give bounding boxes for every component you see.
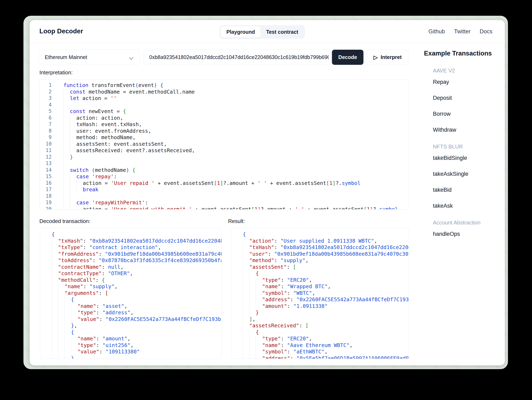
- code-line: 11 assetsReceived: event?.assetsReceived…: [40, 147, 409, 154]
- json-line: }: [231, 309, 409, 316]
- code-line: 2 const methodName = event.methodCall.na…: [40, 89, 409, 95]
- json-line: "name": "Wrapped BTC",: [231, 283, 409, 290]
- line-number: 3: [40, 95, 52, 102]
- json-line: "name": "amount",: [40, 335, 222, 342]
- code-line: 3 let action = '': [40, 95, 409, 102]
- interpretation-code-editor[interactable]: 1function transformEvent(event) {2 const…: [39, 79, 409, 209]
- json-line: "address": "0x2260FAC5E5542a773Aa44fBCfe…: [231, 296, 409, 303]
- tab-test-contract[interactable]: Test contract: [261, 26, 304, 38]
- line-number: 11: [40, 147, 52, 154]
- code-line: 8 user: event.fromAddress,: [40, 128, 409, 134]
- line-number: 17: [40, 186, 52, 193]
- app-background: Loop Decoder PlaygroundTest contract Git…: [23, 16, 508, 369]
- chevron-down-icon: [129, 55, 133, 59]
- sidebar-item-takebid[interactable]: takeBid: [433, 187, 503, 193]
- line-number: 10: [40, 141, 52, 148]
- interpretation-label: Interpretation:: [39, 69, 73, 76]
- network-select-value: Ethereum Mainnet: [45, 54, 87, 60]
- tab-playground[interactable]: Playground: [221, 26, 261, 38]
- json-line: "txHash": "0xb8a923541802ea5017ddccd2c10…: [40, 238, 222, 244]
- json-line: "amount": "1.0911338": [231, 303, 409, 309]
- code-line: 4: [40, 102, 409, 108]
- json-line: },: [40, 322, 222, 329]
- network-select[interactable]: Ethereum Mainnet: [39, 50, 139, 65]
- code-line: 9 method: methodName,: [40, 134, 409, 141]
- json-line: "fromAddress": "0x901bd9ef18da00b43985b6…: [40, 251, 222, 257]
- line-number: 13: [40, 160, 52, 167]
- line-number: 1: [40, 82, 52, 89]
- sidebar-title: Example Transactions: [424, 50, 503, 57]
- code-line: 15 case 'repay':: [40, 173, 409, 180]
- tx-hash-input[interactable]: 0xb8a923541802ea5017ddccd2c1047dd16ce220…: [144, 50, 329, 65]
- line-number: 9: [40, 134, 52, 141]
- line-number: 16: [40, 180, 52, 186]
- json-line: "value": "109113380": [40, 348, 222, 355]
- sidebar-item-takebidsingle[interactable]: takeBidSingle: [433, 155, 503, 161]
- sidebar-section-account-abstraction: Account Abstraction: [433, 220, 503, 226]
- sidebar-item-deposit[interactable]: Deposit: [433, 95, 503, 101]
- code-line: 17 break: [40, 186, 409, 193]
- json-line: "user": "0x901bd9ef18da00b43985b608ee831…: [231, 251, 409, 257]
- line-number: 2: [40, 89, 52, 95]
- interpret-button[interactable]: ▷ Interpret: [366, 50, 409, 65]
- json-line: "assetsReceived": [: [231, 322, 409, 329]
- nav-link-github[interactable]: Github: [428, 28, 445, 35]
- example-transactions-sidebar: Example Transactions AAVE V2RepayDeposit…: [424, 50, 503, 247]
- code-line: 10 assetsSent: event.assetsSent,: [40, 141, 409, 148]
- json-line: {: [40, 296, 222, 303]
- code-line: 13: [40, 160, 409, 167]
- mode-tabs: PlaygroundTest contract: [220, 25, 305, 39]
- code-line: 14 switch (methodName) {: [40, 167, 409, 173]
- sidebar-item-borrow[interactable]: Borrow: [433, 111, 503, 117]
- json-line: "name": "Aave Ethereum WBTC",: [231, 342, 409, 349]
- line-number: 19: [40, 199, 52, 206]
- json-line: "type": "address",: [40, 309, 222, 316]
- json-line: "contractName": null,: [40, 264, 222, 271]
- code-line: 12 }: [40, 154, 409, 160]
- nav-link-docs[interactable]: Docs: [480, 28, 492, 35]
- json-line: "address": "0x5Ee5bf7ae06D1Be5997A1A9600…: [231, 355, 409, 359]
- sidebar-item-handleops[interactable]: handleOps: [433, 231, 503, 237]
- sidebar-item-takeask[interactable]: takeAsk: [433, 203, 503, 209]
- interpretation-code-lines: 1function transformEvent(event) {2 const…: [40, 80, 409, 209]
- result-lines: { "action": "User supplied 1.0911338 WBT…: [231, 228, 409, 359]
- json-line: "type": "uint256",: [40, 342, 222, 349]
- json-line: "txHash": "0xb8a923541802ea5017ddccd2c10…: [231, 244, 409, 251]
- sidebar-item-repay[interactable]: Repay: [433, 79, 503, 85]
- line-number: 15: [40, 173, 52, 180]
- line-number: 7: [40, 121, 52, 128]
- result-panel[interactable]: { "action": "User supplied 1.0911338 WBT…: [231, 228, 409, 359]
- decoded-transaction-label: Decoded transaction:: [39, 218, 90, 224]
- json-line: },: [40, 355, 222, 359]
- json-line: "action": "User supplied 1.0911338 WBTC"…: [231, 238, 409, 244]
- sidebar-item-takeasksingle[interactable]: takeAskSingle: [433, 171, 503, 177]
- sidebar-section-nfts-blur: NFTS BLUR: [433, 143, 503, 150]
- json-line: "name": "asset",: [40, 303, 222, 309]
- json-line: {: [231, 329, 409, 336]
- line-number: 5: [40, 108, 52, 115]
- json-line: {: [40, 329, 222, 336]
- line-number: 8: [40, 128, 52, 134]
- result-label: Result:: [228, 218, 245, 224]
- decoded-transaction-panel[interactable]: { "txHash": "0xb8a923541802ea5017ddccd2c…: [40, 228, 222, 359]
- code-line: 7 txHash: event.txHash,: [40, 121, 409, 128]
- line-number: 12: [40, 154, 52, 160]
- play-icon: ▷: [374, 55, 378, 60]
- sidebar-item-withdraw[interactable]: Withdraw: [433, 127, 503, 133]
- json-line: "symbol": "WBTC",: [231, 290, 409, 296]
- nav-links: GithubTwitterDocs: [428, 20, 492, 43]
- line-number: 6: [40, 115, 52, 121]
- code-line: 18: [40, 193, 409, 200]
- code-line: 6 action: action,: [40, 115, 409, 121]
- code-line: 16 action = 'User repaid ' + event.asset…: [40, 180, 409, 186]
- nav-link-twitter[interactable]: Twitter: [454, 28, 471, 35]
- json-line: "method": "supply",: [231, 257, 409, 264]
- app-card: Loop Decoder PlaygroundTest contract Git…: [30, 20, 505, 365]
- decoded-transaction-lines: { "txHash": "0xb8a923541802ea5017ddccd2c…: [40, 228, 222, 359]
- json-line: "assetsSent": [: [231, 264, 409, 271]
- line-number: 14: [40, 167, 52, 173]
- code-line: 1function transformEvent(event) {: [40, 82, 409, 89]
- json-line: "type": "ERC20",: [231, 335, 409, 342]
- decode-button[interactable]: Decode: [332, 50, 363, 65]
- json-line: "methodCall": {: [40, 277, 222, 283]
